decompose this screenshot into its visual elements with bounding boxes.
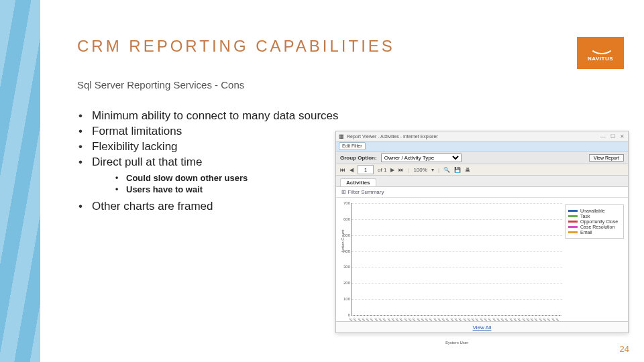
legend-label: Email bbox=[580, 230, 592, 235]
last-page-icon[interactable]: ⏭ bbox=[398, 167, 404, 173]
legend-label: Task bbox=[580, 214, 590, 219]
report-tabbar: Activities bbox=[336, 176, 628, 187]
bullet-text: Format limitations bbox=[92, 125, 182, 137]
legend-label: Unavailable bbox=[580, 208, 605, 213]
bullet-text: Other charts are framed bbox=[92, 200, 213, 213]
decorative-left-stripe bbox=[0, 0, 40, 362]
report-viewer-window: ▦ Report Viewer - Activities - Internet … bbox=[335, 131, 629, 333]
bullet-item: Minimum ability to connect to many data … bbox=[77, 109, 624, 123]
view-all-link[interactable]: View All bbox=[473, 324, 492, 330]
legend-label: Case Resolution bbox=[580, 225, 614, 229]
y-tick: 200 bbox=[338, 281, 350, 285]
legend-item: Email bbox=[568, 230, 621, 235]
y-tick: 0 bbox=[338, 313, 350, 317]
export-icon[interactable]: 💾 bbox=[454, 167, 461, 173]
bullet-text: Could slow down other users bbox=[126, 173, 248, 183]
legend-item: Opportunity Close bbox=[568, 219, 621, 224]
group-option-bar: Group Option: Owner / Activity Type View… bbox=[336, 152, 628, 164]
page-number-input[interactable] bbox=[358, 165, 374, 174]
zoom-label: 100% bbox=[413, 167, 427, 173]
bullet-text: Direct pull at that time bbox=[92, 156, 202, 168]
y-tick: 300 bbox=[338, 265, 350, 269]
chart-legend: UnavailableTaskOpportunity CloseCase Res… bbox=[565, 204, 624, 239]
legend-item: Unavailable bbox=[568, 208, 621, 213]
prev-page-icon[interactable]: ◀ bbox=[350, 167, 354, 173]
legend-swatch bbox=[568, 210, 578, 212]
legend-label: Opportunity Close bbox=[580, 219, 618, 224]
chart-area: Action Count 0100200300400500600700User … bbox=[336, 198, 628, 318]
edit-filter-button[interactable]: Edit Filter bbox=[339, 142, 366, 150]
bullet-text: Users have to wait bbox=[126, 184, 203, 194]
report-toolbar: ⏮ ◀ of 1 ▶ ⏭ | 100% ▾ | 🔍 💾 🖶 bbox=[336, 164, 628, 176]
filter-summary-row[interactable]: ⊞ Filter Summary bbox=[336, 187, 628, 198]
slide-page-number: 24 bbox=[620, 344, 629, 354]
report-footer: View All bbox=[336, 321, 628, 333]
page-subtitle: Sql Server Reporting Services - Cons bbox=[77, 79, 624, 90]
y-tick: 500 bbox=[338, 233, 350, 237]
bullet-text: Minimum ability to connect to many data … bbox=[92, 109, 339, 122]
bar-chart: Action Count 0100200300400500600700User … bbox=[351, 203, 562, 316]
legend-swatch bbox=[568, 226, 578, 228]
x-axis-label: System User bbox=[445, 341, 468, 345]
bullet-text: Flexibility lacking bbox=[92, 140, 178, 153]
filter-bar: Edit Filter bbox=[336, 141, 628, 152]
window-titlebar: ▦ Report Viewer - Activities - Internet … bbox=[336, 131, 628, 141]
window-icon: ▦ bbox=[339, 133, 344, 139]
y-tick: 400 bbox=[338, 249, 350, 253]
first-page-icon[interactable]: ⏮ bbox=[340, 167, 345, 173]
print-icon[interactable]: 🖶 bbox=[465, 167, 470, 173]
zoom-dropdown-icon[interactable]: ▾ bbox=[431, 167, 434, 173]
group-option-select[interactable]: Owner / Activity Type bbox=[381, 154, 462, 162]
view-report-button[interactable]: View Report bbox=[589, 154, 624, 162]
legend-swatch bbox=[568, 215, 578, 217]
y-tick: 100 bbox=[338, 297, 350, 301]
close-icon[interactable]: ✕ bbox=[619, 133, 625, 139]
window-title: Report Viewer - Activities - Internet Ex… bbox=[347, 134, 597, 139]
next-page-icon[interactable]: ▶ bbox=[390, 167, 394, 173]
legend-item: Task bbox=[568, 214, 621, 219]
y-tick: 700 bbox=[338, 201, 350, 205]
maximize-icon[interactable]: ☐ bbox=[609, 133, 616, 139]
page-title: CRM REPORTING CAPABILITIES bbox=[77, 37, 624, 56]
find-icon[interactable]: 🔍 bbox=[443, 167, 450, 173]
group-option-label: Group Option: bbox=[340, 155, 377, 161]
legend-swatch bbox=[568, 231, 578, 233]
y-tick: 600 bbox=[338, 217, 350, 221]
minimize-icon[interactable]: — bbox=[600, 133, 606, 139]
legend-item: Case Resolution bbox=[568, 225, 621, 229]
page-of-label: of 1 bbox=[378, 167, 386, 173]
tab-activities[interactable]: Activities bbox=[340, 178, 376, 186]
legend-swatch bbox=[568, 221, 578, 223]
